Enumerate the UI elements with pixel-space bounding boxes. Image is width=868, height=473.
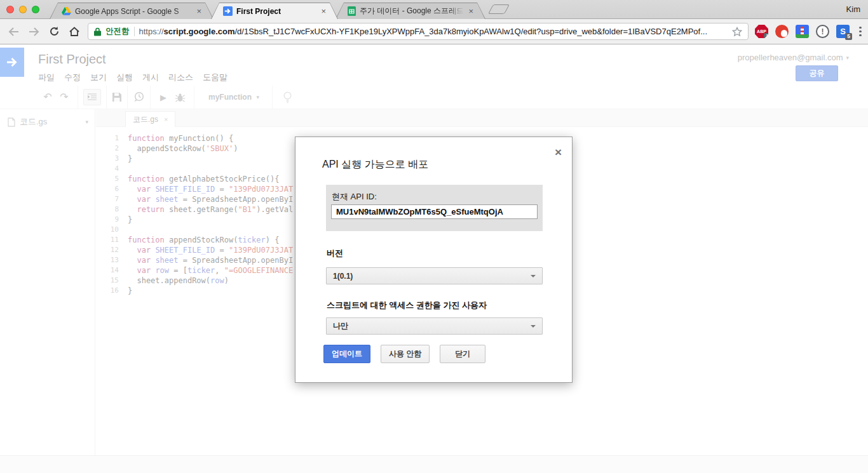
deploy-api-dialog: × API 실행 가능으로 배포 현재 API ID: 버전 1(0.1) 스크…	[295, 137, 573, 383]
drive-icon	[62, 7, 71, 15]
access-label: 스크립트에 대한 액세스 권한을 가진 사용자	[327, 300, 487, 311]
tab-title: Google Apps Script - Google S	[75, 7, 193, 16]
refresh-button[interactable]	[47, 25, 61, 39]
browser-tab-strip: Google Apps Script - Google S × First Pr…	[0, 0, 868, 19]
chevron-down-icon	[531, 325, 536, 328]
close-button[interactable]: 닫기	[440, 345, 485, 363]
chrome-menu-button[interactable]	[859, 27, 862, 37]
dialog-close-icon[interactable]: ×	[555, 146, 562, 158]
window-controls	[6, 6, 39, 13]
extension-badge: 5	[845, 33, 852, 41]
browser-tab-apps-script-home[interactable]: Google Apps Script - Google S ×	[50, 3, 214, 19]
new-tab-button[interactable]	[488, 4, 510, 14]
browser-profile-name[interactable]: Kim	[846, 4, 860, 14]
bookmark-star-icon[interactable]	[732, 27, 742, 37]
adblock-plus-extension-icon[interactable]: ABP1	[755, 25, 768, 38]
apps-script-icon	[223, 6, 233, 16]
apps-script-page: First Project 파일 수정 보기 실행 게시 리소스 도움말 pro…	[0, 45, 868, 473]
url-divider	[134, 27, 135, 36]
lighthouse-extension-icon[interactable]	[796, 25, 809, 38]
disable-button[interactable]: 사용 안함	[381, 345, 430, 363]
api-id-panel: 현재 API ID:	[326, 185, 543, 231]
url-field[interactable]: 안전함 https://script.google.com/d/1SbsR_tJ…	[88, 23, 749, 40]
sheets-icon	[348, 6, 356, 16]
extension-badge: 1	[764, 33, 771, 41]
home-button[interactable]	[67, 25, 81, 39]
tab-title: First Project	[236, 7, 317, 16]
access-value: 나만	[333, 321, 348, 331]
tab-close-icon[interactable]: ×	[468, 7, 473, 15]
alert-extension-icon[interactable]: !	[816, 25, 829, 38]
access-select[interactable]: 나만	[326, 317, 543, 335]
window-close-button[interactable]	[6, 6, 14, 13]
security-label: 안전함	[105, 26, 130, 37]
window-minimize-button[interactable]	[19, 6, 27, 13]
window-zoom-button[interactable]	[32, 6, 39, 13]
chevron-down-icon	[531, 275, 536, 277]
dialog-buttons: 업데이트 사용 안함 닫기	[323, 345, 485, 363]
url-text: https://script.google.com/d/1SbsR_tJ1C7w…	[139, 27, 728, 36]
api-id-input[interactable]	[331, 204, 538, 219]
dialog-title: API 실행 가능으로 배포	[322, 158, 428, 171]
version-value: 1(0.1)	[333, 272, 353, 281]
forward-button[interactable]	[27, 25, 41, 39]
tab-close-icon[interactable]: ×	[196, 7, 201, 15]
browser-tab-first-project[interactable]: First Project ×	[211, 3, 338, 19]
version-select[interactable]: 1(0.1)	[326, 267, 543, 284]
update-button[interactable]: 업데이트	[323, 345, 370, 363]
tab-title: 주가 데이터 - Google 스프레드시트	[360, 6, 465, 17]
stylish-extension-icon[interactable]: S5	[836, 25, 850, 38]
browser-address-bar: 안전함 https://script.google.com/d/1SbsR_tJ…	[0, 19, 868, 44]
extension-icons: ABP1 ! S5	[755, 25, 862, 38]
lock-icon	[94, 27, 101, 36]
adblock-extension-icon[interactable]	[775, 25, 789, 38]
back-button[interactable]	[6, 25, 20, 39]
api-id-label: 현재 API ID:	[332, 191, 377, 203]
version-label: 버전	[327, 248, 343, 259]
tab-close-icon[interactable]: ×	[321, 7, 326, 15]
browser-tab-spreadsheet[interactable]: 주가 데이터 - Google 스프레드시트 ×	[336, 3, 485, 19]
